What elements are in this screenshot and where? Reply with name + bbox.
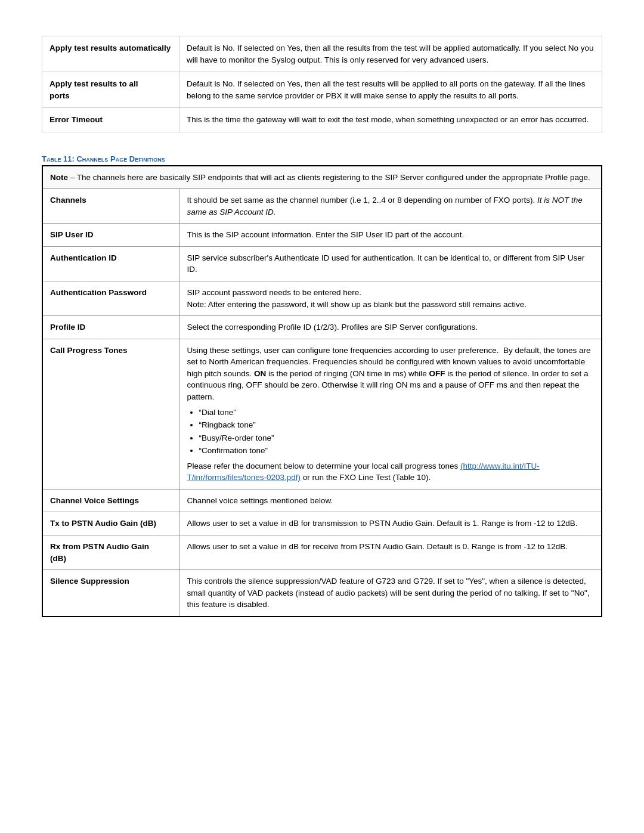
definitions-table: Note – The channels here are basically S… bbox=[42, 165, 602, 617]
desc-silence-suppression: This controls the silence suppression/VA… bbox=[179, 570, 602, 617]
desc-rx-pstn-gain: Allows user to set a value in dB for rec… bbox=[179, 535, 602, 570]
tones-list: “Dial tone” “Ringback tone” “Busy/Re-ord… bbox=[199, 407, 595, 457]
note-text: – The channels here are basically SIP en… bbox=[68, 173, 590, 182]
desc-error-timeout: This is the time the gateway will wait t… bbox=[179, 108, 602, 132]
label-profile-id: Profile ID bbox=[42, 316, 179, 339]
note-cell: Note – The channels here are basically S… bbox=[42, 166, 602, 189]
note-row: Note – The channels here are basically S… bbox=[42, 166, 602, 189]
list-item: “Confirmation tone” bbox=[199, 445, 595, 457]
label-apply-auto: Apply test results automatically bbox=[42, 36, 179, 72]
label-sip-user-id: SIP User ID bbox=[42, 224, 179, 247]
desc-apply-all-ports: Default is No. If selected on Yes, then … bbox=[179, 72, 602, 108]
desc-auth-password: SIP account password needs to be entered… bbox=[179, 281, 602, 316]
table-row: Channel Voice Settings Channel voice set… bbox=[42, 489, 602, 512]
label-channels: Channels bbox=[42, 189, 179, 224]
desc-channel-voice-settings: Channel voice settings mentioned below. bbox=[179, 489, 602, 512]
note-bold: Note bbox=[50, 173, 68, 182]
label-silence-suppression: Silence Suppression bbox=[42, 570, 179, 617]
top-table: Apply test results automatically Default… bbox=[42, 36, 602, 132]
list-item: “Ringback tone” bbox=[199, 419, 595, 431]
desc-apply-auto: Default is No. If selected on Yes, then … bbox=[179, 36, 602, 72]
section-title: Table 11: Channels Page Definitions bbox=[42, 154, 602, 165]
table-row: SIP User ID This is the SIP account info… bbox=[42, 224, 602, 247]
table-row: Authentication ID SIP service subscriber… bbox=[42, 246, 602, 281]
desc-profile-id: Select the corresponding Profile ID (1/2… bbox=[179, 316, 602, 339]
label-rx-pstn-gain: Rx from PSTN Audio Gain (dB) bbox=[42, 535, 179, 570]
desc-tx-pstn-gain: Allows user to set a value in dB for tra… bbox=[179, 512, 602, 535]
table-row: Apply test results automatically Default… bbox=[42, 36, 602, 72]
table-row: Channels It should be set same as the ch… bbox=[42, 189, 602, 224]
label-channel-voice-settings: Channel Voice Settings bbox=[42, 489, 179, 512]
table-row: Rx from PSTN Audio Gain (dB) Allows user… bbox=[42, 535, 602, 570]
table-row: Error Timeout This is the time the gatew… bbox=[42, 108, 602, 132]
table-row: Apply test results to all ports Default … bbox=[42, 72, 602, 108]
label-tx-pstn-gain: Tx to PSTN Audio Gain (dB) bbox=[42, 512, 179, 535]
list-item: “Busy/Re-order tone” bbox=[199, 432, 595, 444]
table-row: Profile ID Select the corresponding Prof… bbox=[42, 316, 602, 339]
label-error-timeout: Error Timeout bbox=[42, 108, 179, 132]
label-auth-password: Authentication Password bbox=[42, 281, 179, 316]
table-row: Silence Suppression This controls the si… bbox=[42, 570, 602, 617]
table-row: Call Progress Tones Using these settings… bbox=[42, 339, 602, 489]
label-call-progress-tones: Call Progress Tones bbox=[42, 339, 179, 489]
table-row: Authentication Password SIP account pass… bbox=[42, 281, 602, 316]
list-item: “Dial tone” bbox=[199, 407, 595, 419]
desc-auth-id: SIP service subscriber's Authenticate ID… bbox=[179, 246, 602, 281]
desc-sip-user-id: This is the SIP account information. Ent… bbox=[179, 224, 602, 247]
label-auth-id: Authentication ID bbox=[42, 246, 179, 281]
table-row: Tx to PSTN Audio Gain (dB) Allows user t… bbox=[42, 512, 602, 535]
desc-channels: It should be set same as the channel num… bbox=[179, 189, 602, 224]
desc-call-progress-tones: Using these settings, user can configure… bbox=[179, 339, 602, 489]
label-apply-all-ports: Apply test results to all ports bbox=[42, 72, 179, 108]
